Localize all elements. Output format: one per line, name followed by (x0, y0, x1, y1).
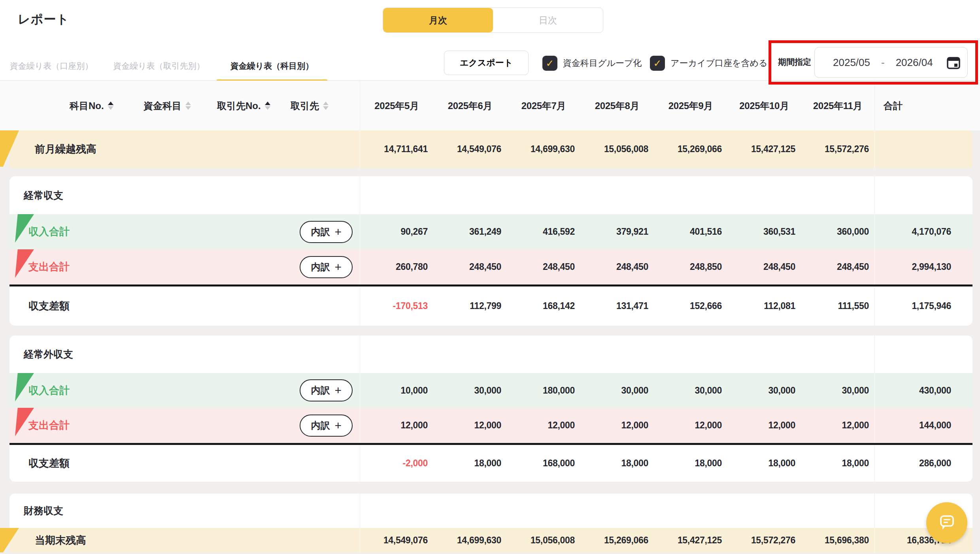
tab-cashflow-by-item[interactable]: 資金繰り表（科目別） (217, 51, 327, 81)
value-cell: 144,000 (874, 408, 972, 443)
section-title-row: 財務収支 (9, 494, 972, 528)
value-cell (507, 176, 580, 214)
tab-cashflow-by-account[interactable]: 資金繰り表（口座別） (9, 51, 93, 81)
income-breakdown-button[interactable]: 内訳 + (300, 379, 353, 401)
value-cell: 90,267 (360, 214, 433, 249)
value-cell (507, 335, 580, 373)
value-cell: 360,531 (727, 214, 801, 249)
value-cell: 15,572,276 (727, 528, 801, 552)
opening-balance-row: 前月繰越残高 14,711,64114,549,07614,699,63015,… (9, 130, 972, 168)
value-cell: 112,081 (727, 286, 801, 326)
month-column-header: 2025年7月 (507, 81, 580, 130)
value-cell (580, 176, 654, 214)
opening-balance-label: 前月繰越残高 (9, 142, 96, 156)
value-cell: -2,000 (360, 445, 433, 482)
calendar-icon[interactable] (946, 55, 961, 70)
chat-bubble-icon (937, 513, 957, 533)
month-column-header: 2025年9月 (654, 81, 727, 130)
value-cell (507, 494, 580, 528)
income-breakdown-button[interactable]: 内訳 + (300, 221, 353, 243)
net-balance-row: 収支差額 -2,00018,000168,00018,00018,00018,0… (9, 445, 972, 482)
income-total-label: 収入合計 (9, 384, 70, 398)
breakdown-label: 内訳 (311, 226, 330, 238)
section-title-row: 経常外収支 (9, 335, 972, 373)
value-cell: 248,450 (580, 249, 654, 285)
value-cell: 131,471 (580, 286, 654, 326)
value-cell: 379,921 (580, 214, 654, 249)
value-cell: 248,450 (507, 249, 580, 285)
value-cell: 248,450 (433, 249, 507, 285)
group-checkbox-label: 資金科目グループ化 (563, 57, 642, 69)
tab-label: 資金繰り表（科目別） (230, 60, 314, 72)
month-column-header: 2025年11月 (801, 81, 874, 130)
column-header-label: 取引先 (291, 100, 319, 112)
value-cell (360, 176, 433, 214)
expense-breakdown-button[interactable]: 内訳 + (300, 415, 353, 437)
value-cell: 18,000 (801, 445, 874, 482)
plus-icon: + (334, 384, 342, 396)
month-column-header: 2025年10月 (727, 81, 801, 130)
date-range-end[interactable]: 2026/04 (896, 57, 933, 69)
plus-icon: + (334, 420, 342, 432)
archive-checkbox-label: アーカイブ口座を含める (670, 57, 768, 69)
page-title: レポート (18, 11, 69, 28)
value-cell: 15,269,066 (654, 130, 727, 168)
column-header-partner[interactable]: 取引先 (291, 81, 329, 130)
archive-checkbox[interactable]: ✓ (650, 56, 665, 71)
value-cell (727, 494, 801, 528)
value-cell: 30,000 (433, 373, 507, 408)
value-cell: 4,170,076 (874, 214, 972, 249)
value-cell: 15,696,380 (801, 528, 874, 552)
net-balance-row: 収支差額 -170,513112,799168,142131,471152,66… (9, 286, 972, 326)
date-range-separator: - (881, 57, 885, 69)
section-title: 経常外収支 (9, 348, 73, 361)
income-total-label: 収入合計 (9, 225, 70, 239)
value-cell: 12,000 (580, 408, 654, 443)
value-cell: 10,000 (360, 373, 433, 408)
value-cell: 15,427,125 (654, 528, 727, 552)
value-cell: 416,592 (507, 214, 580, 249)
value-cell: 111,550 (801, 286, 874, 326)
tab-cashflow-by-partner[interactable]: 資金繰り表（取引先別） (113, 51, 205, 81)
value-cell: 260,780 (360, 249, 433, 285)
column-header-partner-no[interactable]: 取引先No. (217, 81, 270, 130)
expense-breakdown-button[interactable]: 内訳 + (300, 256, 353, 278)
value-cell (801, 494, 874, 528)
value-cell: 15,056,008 (580, 130, 654, 168)
value-cell (874, 335, 972, 373)
date-range-input[interactable]: 2025/05 - 2026/04 (814, 47, 968, 78)
value-cell: 30,000 (654, 373, 727, 408)
column-header-fund-item[interactable]: 資金科目 (144, 81, 191, 130)
chat-fab-button[interactable] (926, 502, 967, 543)
value-cell: 360,000 (801, 214, 874, 249)
value-cell (580, 494, 654, 528)
value-cell: 286,000 (874, 445, 972, 482)
date-range-start[interactable]: 2025/05 (833, 57, 870, 69)
group-checkbox[interactable]: ✓ (542, 56, 557, 71)
closing-balance-row: 当期末残高 14,549,07614,699,63015,056,00815,2… (9, 528, 972, 552)
value-cell: 12,000 (801, 408, 874, 443)
sort-icon (323, 102, 329, 110)
period-granularity-toggle: 月次 日次 (383, 8, 603, 33)
value-cell: 14,549,076 (433, 130, 507, 168)
section-title: 財務収支 (9, 504, 63, 517)
period-picker-label: 期間指定 (778, 57, 811, 68)
breakdown-label: 内訳 (311, 384, 330, 397)
toggle-monthly[interactable]: 月次 (383, 8, 493, 32)
value-cell (874, 130, 972, 168)
value-cell: 168,142 (507, 286, 580, 326)
value-cell: 14,549,076 (360, 528, 433, 552)
toggle-daily[interactable]: 日次 (493, 8, 603, 32)
plus-icon: + (334, 261, 342, 273)
export-button[interactable]: エクスポート (444, 51, 529, 75)
value-cell: 112,799 (433, 286, 507, 326)
section-card-non-operating: 経常外収支 収入合計 内訳 + 10,00030,000180,00030,00… (9, 335, 972, 482)
value-cell (360, 494, 433, 528)
column-header-item-no[interactable]: 科目No. (70, 81, 113, 130)
value-cell: 248,450 (801, 249, 874, 285)
value-cell: 12,000 (654, 408, 727, 443)
value-cell (433, 335, 507, 373)
column-header-label: 取引先No. (217, 100, 261, 112)
sort-icon (265, 102, 270, 110)
value-cell: 14,699,630 (507, 130, 580, 168)
